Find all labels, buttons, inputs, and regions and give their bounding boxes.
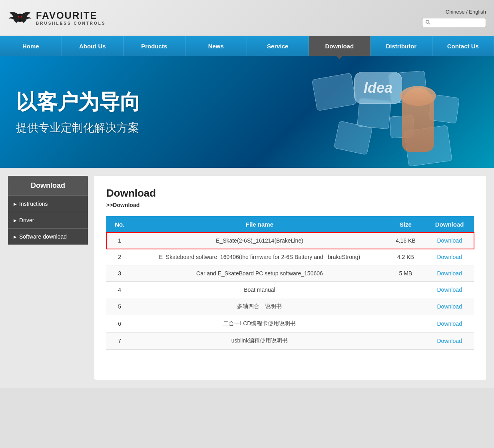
cell-size: 4.16 KB xyxy=(386,233,425,249)
sidebar-item-instructions[interactable]: ▶ Instructions xyxy=(8,195,88,212)
cell-download[interactable]: Download xyxy=(425,233,474,249)
cell-size: 5 MB xyxy=(386,265,425,282)
sidebar-label-software: Software download xyxy=(19,233,67,240)
table-row: 5多轴四合一说明书Download xyxy=(106,298,474,315)
cell-size: 4.2 KB xyxy=(386,249,425,265)
hero-banner: Idea 以客户为导向 提供专业定制化解决方案 xyxy=(0,56,494,168)
cell-no: 3 xyxy=(106,265,133,282)
cell-size xyxy=(386,315,425,333)
download-link[interactable]: Download xyxy=(437,338,462,344)
cell-download[interactable]: Download xyxy=(425,282,474,298)
arrow-icon-2: ▶ xyxy=(14,218,17,223)
download-link[interactable]: Download xyxy=(437,254,462,260)
search-box[interactable] xyxy=(422,18,486,27)
sidebar-title: Download xyxy=(8,176,88,195)
arrow-icon-3: ▶ xyxy=(14,235,17,239)
cell-no: 4 xyxy=(106,282,133,298)
logo-sub: BRUSHLESS CONTROLS xyxy=(36,21,106,26)
header-right: Chinese / English xyxy=(422,9,486,27)
hero-overlay: 以客户为导向 提供专业定制化解决方案 xyxy=(0,56,494,168)
table-row: 6二合一LCD编程卡使用说明书Download xyxy=(106,315,474,333)
cell-no: 2 xyxy=(106,249,133,265)
cell-download[interactable]: Download xyxy=(425,315,474,333)
cell-size xyxy=(386,298,425,315)
cell-filename: 二合一LCD编程卡使用说明书 xyxy=(133,315,386,333)
nav-news[interactable]: News xyxy=(185,36,247,56)
main-wrapper: Download ▶ Instructions ▶ Driver ▶ Softw… xyxy=(0,168,494,388)
cell-download[interactable]: Download xyxy=(425,298,474,315)
col-download: Download xyxy=(425,216,474,233)
breadcrumb: >>Download xyxy=(106,202,474,208)
cell-download[interactable]: Download xyxy=(425,333,474,350)
cell-filename: E_Skateboard software_160406(the firmwar… xyxy=(133,249,386,265)
logo-text: FAVOURITE BRUSHLESS CONTROLS xyxy=(36,10,106,26)
table-row: 7usblink编程使用说明书Download xyxy=(106,333,474,350)
sidebar-label-instructions: Instructions xyxy=(19,201,48,207)
table-header: No. File name Size Download xyxy=(106,216,474,233)
svg-point-1 xyxy=(18,16,19,18)
cell-size xyxy=(386,333,425,350)
cell-filename: usblink编程使用说明书 xyxy=(133,333,386,350)
col-no: No. xyxy=(106,216,133,233)
nav-service[interactable]: Service xyxy=(247,36,309,56)
download-link[interactable]: Download xyxy=(437,321,462,327)
hero-title: 以客户为导向 xyxy=(16,88,478,116)
nav-products[interactable]: Products xyxy=(124,36,185,56)
sidebar: Download ▶ Instructions ▶ Driver ▶ Softw… xyxy=(8,176,88,380)
nav-home[interactable]: Home xyxy=(0,36,62,56)
cell-no: 6 xyxy=(106,315,133,333)
cell-download[interactable]: Download xyxy=(425,249,474,265)
cell-size xyxy=(386,282,425,298)
sidebar-item-software[interactable]: ▶ Software download xyxy=(8,228,88,245)
logo-bat-icon xyxy=(8,7,32,29)
table-body: 1E_Skate(2-6S)_161214(BrakeLine)4.16 KBD… xyxy=(106,233,474,350)
col-filename: File name xyxy=(133,216,386,233)
nav-download[interactable]: Download xyxy=(309,36,371,56)
download-link[interactable]: Download xyxy=(437,270,462,277)
download-link[interactable]: Download xyxy=(437,237,462,244)
download-link[interactable]: Download xyxy=(437,303,462,310)
table-row: 2E_Skateboard software_160406(the firmwa… xyxy=(106,249,474,265)
sidebar-label-driver: Driver xyxy=(19,217,34,223)
table-row: 4Boat manualDownload xyxy=(106,282,474,298)
logo-brand: FAVOURITE xyxy=(36,10,106,21)
content-area: Download >>Download No. File name Size D… xyxy=(94,176,486,380)
cell-no: 1 xyxy=(106,233,133,249)
header: FAVOURITE BRUSHLESS CONTROLS Chinese / E… xyxy=(0,0,494,36)
download-table: No. File name Size Download 1E_Skate(2-6… xyxy=(106,216,474,350)
nav-contact[interactable]: Contact Us xyxy=(432,36,494,56)
lang-switch[interactable]: Chinese / English xyxy=(446,9,486,15)
cell-no: 5 xyxy=(106,298,133,315)
page-title: Download xyxy=(106,187,474,199)
cell-download[interactable]: Download xyxy=(425,265,474,282)
cell-filename: Car and E_SkateBoard PC setup software_1… xyxy=(133,265,386,282)
main-nav: Home About Us Products News Service Down… xyxy=(0,36,494,56)
svg-point-3 xyxy=(426,20,429,24)
svg-point-2 xyxy=(21,16,22,18)
col-size: Size xyxy=(386,216,425,233)
nav-about[interactable]: About Us xyxy=(62,36,124,56)
logo-area: FAVOURITE BRUSHLESS CONTROLS xyxy=(8,7,106,29)
hero-subtitle: 提供专业定制化解决方案 xyxy=(16,120,478,135)
search-icon xyxy=(426,20,430,25)
cell-filename: 多轴四合一说明书 xyxy=(133,298,386,315)
cell-filename: E_Skate(2-6S)_161214(BrakeLine) xyxy=(133,233,386,249)
svg-line-4 xyxy=(429,23,430,25)
search-input[interactable] xyxy=(430,20,482,26)
sidebar-item-driver[interactable]: ▶ Driver xyxy=(8,212,88,228)
table-row: 1E_Skate(2-6S)_161214(BrakeLine)4.16 KBD… xyxy=(106,233,474,249)
table-row: 3Car and E_SkateBoard PC setup software_… xyxy=(106,265,474,282)
cell-filename: Boat manual xyxy=(133,282,386,298)
arrow-icon: ▶ xyxy=(14,202,17,206)
download-link[interactable]: Download xyxy=(437,287,462,293)
cell-no: 7 xyxy=(106,333,133,350)
nav-distributor[interactable]: Distributor xyxy=(370,36,432,56)
